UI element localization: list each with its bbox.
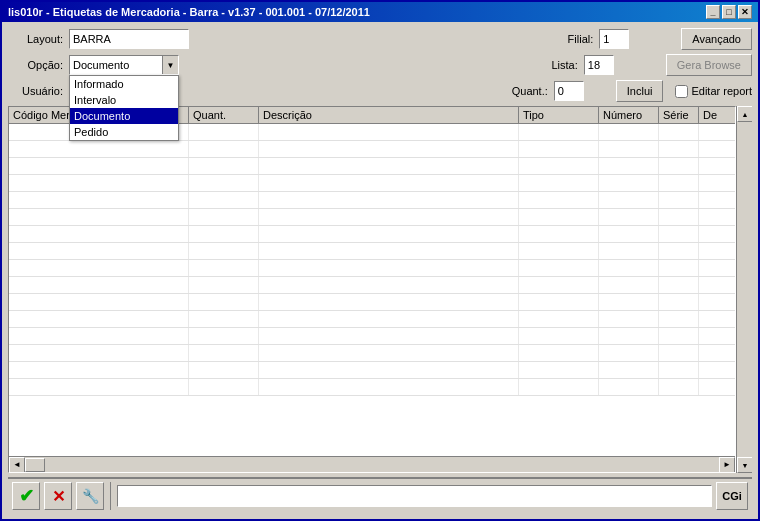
opcao-value: Documento [70,58,162,72]
scroll-track[interactable] [25,457,719,473]
opcao-dropdown[interactable]: Documento ▼ Informado Intervalo Document… [69,55,179,75]
form-row-1: Layout: Filial: Avançado [8,28,752,50]
col-header-descricao: Descrição [259,107,519,123]
quant-input[interactable] [554,81,584,101]
dropdown-item-intervalo[interactable]: Intervalo [70,92,178,108]
table-row [9,277,735,294]
editar-report-checkbox[interactable] [675,85,688,98]
status-bar: ✔ ✕ 🔧 CGi [8,477,752,513]
avancado-button[interactable]: Avançado [681,28,752,50]
gera-browse-button: Gera Browse [666,54,752,76]
scroll-left-button[interactable]: ◄ [9,457,25,473]
table-row [9,311,735,328]
confirm-button[interactable]: ✔ [12,482,40,510]
table-row [9,192,735,209]
maximize-button[interactable]: □ [722,5,736,19]
table-row [9,260,735,277]
quant-label: Quant.: [493,85,548,97]
layout-label: Layout: [8,33,63,45]
dropdown-item-pedido[interactable]: Pedido [70,124,178,140]
lista-input[interactable] [584,55,614,75]
minimize-button[interactable]: _ [706,5,720,19]
scroll-thumb[interactable] [25,458,45,472]
inclui-button[interactable]: Inclui [616,80,664,102]
opcao-trigger[interactable]: Documento ▼ [69,55,179,75]
window-content: Layout: Filial: Avançado Opção: Document… [2,22,758,519]
grid-main: Código Mercadoria Quant. Descrição Tipo … [8,106,736,473]
col-header-tipo: Tipo [519,107,599,123]
col-header-numero: Número [599,107,659,123]
layout-input[interactable] [69,29,189,49]
usuario-label: Usuário: [8,85,63,97]
scroll-right-button[interactable]: ► [719,457,735,473]
table-row [9,345,735,362]
table-row [9,158,735,175]
x-icon: ✕ [52,487,65,506]
vertical-scrollbar[interactable]: ▲ ▼ [736,106,752,473]
cgi-button[interactable]: CGi [716,482,748,510]
table-row [9,209,735,226]
title-bar: lis010r - Etiquetas de Mercadoria - Barr… [2,2,758,22]
filial-input[interactable] [599,29,629,49]
opcao-label: Opção: [8,59,63,71]
table-row [9,226,735,243]
form-area: Layout: Filial: Avançado Opção: Document… [8,28,752,102]
dropdown-item-informado[interactable]: Informado [70,76,178,92]
lista-label: Lista: [523,59,578,71]
col-header-serie: Série [659,107,699,123]
table-row [9,294,735,311]
dropdown-arrow-icon: ▼ [162,56,178,74]
title-bar-buttons: _ □ ✕ [706,5,752,19]
table-row [9,328,735,345]
table-row [9,243,735,260]
cgi-label: CGi [722,490,742,502]
main-window: lis010r - Etiquetas de Mercadoria - Barr… [0,0,760,521]
cancel-button[interactable]: ✕ [44,482,72,510]
filial-label: Filial: [538,33,593,45]
table-row [9,362,735,379]
form-row-2: Opção: Documento ▼ Informado Intervalo D… [8,54,752,76]
editar-report-label: Editar report [691,85,752,97]
col-header-de: De [699,107,736,123]
checkmark-icon: ✔ [19,485,34,507]
close-button[interactable]: ✕ [738,5,752,19]
grid-container: Código Mercadoria Quant. Descrição Tipo … [8,106,752,473]
col-header-quant: Quant. [189,107,259,123]
grid-body [9,124,735,456]
scroll-up-button[interactable]: ▲ [737,106,752,122]
wrench-icon: 🔧 [82,488,99,504]
v-scroll-track[interactable] [737,122,752,457]
table-row [9,379,735,396]
opcao-menu: Informado Intervalo Documento Pedido [69,75,179,141]
separator [110,482,111,510]
dropdown-item-documento[interactable]: Documento [70,108,178,124]
window-title: lis010r - Etiquetas de Mercadoria - Barr… [8,6,370,18]
horizontal-scrollbar[interactable]: ◄ ► [9,456,735,472]
table-row [9,141,735,158]
table-row [9,175,735,192]
scroll-down-button[interactable]: ▼ [737,457,752,473]
data-grid[interactable]: Código Mercadoria Quant. Descrição Tipo … [8,106,736,473]
config-button[interactable]: 🔧 [76,482,104,510]
editar-report-area: Editar report [675,85,752,98]
status-input[interactable] [117,485,712,507]
